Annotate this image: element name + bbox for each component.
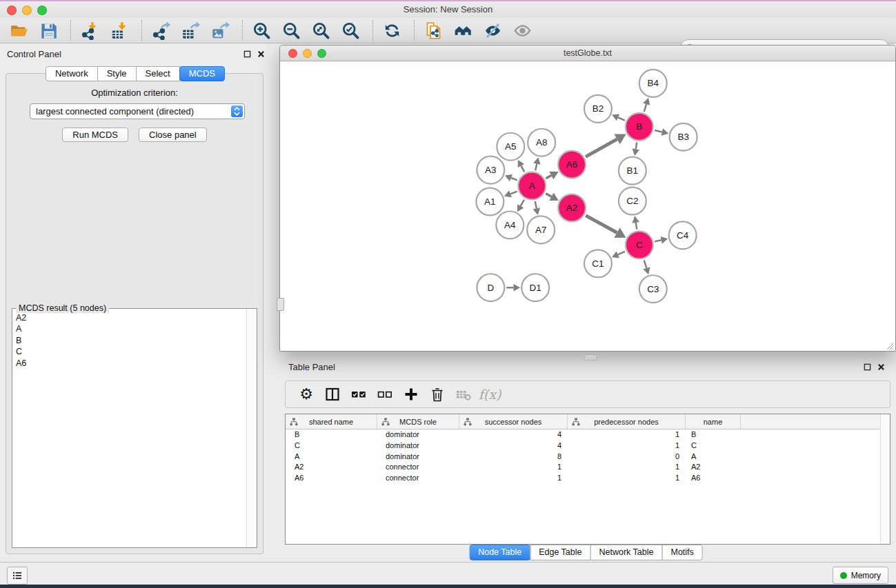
graph-node-c4[interactable]: C4: [669, 221, 697, 249]
tab-node-table[interactable]: Node Table: [469, 545, 530, 560]
graph-node-a4[interactable]: A4: [496, 211, 524, 239]
unselect-all-columns-icon[interactable]: [374, 384, 396, 405]
zoom-selected-icon[interactable]: [340, 21, 361, 40]
graph-edge[interactable]: [612, 114, 625, 121]
tab-motifs[interactable]: Motifs: [661, 545, 702, 560]
network-maximize-button[interactable]: [317, 49, 326, 58]
column-header-shared-name[interactable]: shared name: [286, 414, 377, 429]
graph-node-b3[interactable]: B3: [670, 123, 697, 151]
table-row[interactable]: Bdominator41B: [286, 429, 890, 440]
float-panel-icon[interactable]: [243, 50, 251, 58]
graph-node-c[interactable]: C: [626, 231, 653, 258]
save-session-icon[interactable]: [38, 21, 59, 40]
graph-edge[interactable]: [643, 98, 650, 112]
tab-select[interactable]: Select: [136, 66, 180, 81]
mcds-result-item[interactable]: C: [13, 346, 246, 357]
graph-edge[interactable]: [655, 128, 668, 135]
column-header-name[interactable]: name: [686, 414, 741, 429]
graph-node-b[interactable]: B: [626, 113, 653, 141]
graph-edge[interactable]: [586, 134, 626, 156]
panel-splitter-grip[interactable]: [584, 354, 597, 361]
graph-edge[interactable]: [612, 251, 625, 258]
maximize-window-button[interactable]: [37, 6, 47, 15]
graph-node-b4[interactable]: B4: [639, 70, 667, 97]
export-image-icon[interactable]: [210, 21, 230, 40]
column-header-successor-nodes[interactable]: successor nodes: [459, 414, 568, 429]
close-panel-button[interactable]: Close panel: [139, 128, 207, 142]
column-layout-icon[interactable]: [321, 384, 344, 405]
import-network-icon[interactable]: [79, 21, 100, 40]
float-table-panel-icon[interactable]: [864, 363, 871, 371]
graph-node-a1[interactable]: A1: [476, 188, 504, 216]
run-mcds-button[interactable]: Run MCDS: [62, 128, 128, 142]
zoom-fit-icon[interactable]: [310, 21, 331, 40]
graph-edge[interactable]: [643, 260, 650, 274]
export-network-icon[interactable]: [150, 21, 171, 40]
graph-node-a7[interactable]: A7: [527, 216, 555, 243]
network-close-button[interactable]: [288, 49, 297, 58]
network-canvas[interactable]: B4B2BB3B1A5A8A6A3AA1A2C2A4A7C4CC1C3DD1: [280, 61, 895, 351]
close-window-button[interactable]: [7, 6, 17, 15]
graph-edge[interactable]: [518, 160, 524, 172]
show-all-icon[interactable]: [512, 21, 532, 40]
result-scrollbar[interactable]: [246, 309, 257, 547]
table-row[interactable]: Adominator80A: [286, 452, 890, 463]
birdseye-handle[interactable]: [277, 298, 284, 311]
graph-node-b1[interactable]: B1: [619, 157, 646, 185]
table-row[interactable]: A2connector11A2: [286, 462, 890, 473]
table-row[interactable]: Cdominator41C: [286, 440, 890, 452]
close-panel-icon[interactable]: [257, 50, 265, 58]
table-scrollbar[interactable]: [880, 414, 890, 544]
graph-edge[interactable]: [546, 172, 558, 180]
graph-node-d1[interactable]: D1: [521, 274, 549, 301]
column-header-predecessor-nodes[interactable]: predecessor nodes: [568, 414, 686, 429]
graph-edge[interactable]: [533, 201, 540, 215]
graph-edge[interactable]: [632, 216, 639, 229]
graph-node-d[interactable]: D: [477, 274, 504, 301]
mcds-result-item[interactable]: B: [13, 335, 246, 346]
graph-node-a6[interactable]: A6: [558, 151, 586, 179]
graph-node-a2[interactable]: A2: [558, 194, 586, 222]
mcds-result-item[interactable]: A: [13, 323, 246, 334]
tab-style[interactable]: Style: [97, 66, 137, 81]
import-table-icon[interactable]: [109, 21, 130, 40]
delete-column-icon[interactable]: [426, 384, 448, 405]
graph-edge[interactable]: [655, 236, 668, 243]
add-column-icon[interactable]: [400, 384, 422, 405]
graph-edge[interactable]: [546, 192, 559, 200]
window-resize-grip[interactable]: [885, 341, 894, 349]
graph-node-a[interactable]: A: [518, 172, 546, 200]
graph-node-c1[interactable]: C1: [584, 250, 612, 277]
memory-button[interactable]: Memory: [833, 567, 888, 584]
task-history-button[interactable]: [7, 567, 28, 585]
graph-node-b2[interactable]: B2: [584, 95, 612, 123]
home-icon[interactable]: [452, 21, 473, 40]
graph-edge[interactable]: [517, 200, 524, 212]
network-window-titlebar[interactable]: testGlobe.txt: [280, 45, 895, 61]
graph-node-c3[interactable]: C3: [639, 275, 667, 303]
refresh-icon[interactable]: [381, 21, 402, 40]
column-header-MCDS-role[interactable]: MCDS role: [377, 414, 459, 429]
table-row[interactable]: A6connector11A6: [286, 473, 890, 484]
graph-edge[interactable]: [504, 190, 517, 197]
export-table-icon[interactable]: [180, 21, 201, 40]
graph-node-a5[interactable]: A5: [497, 133, 524, 161]
tab-mcds[interactable]: MCDS: [179, 66, 225, 81]
mcds-result-item[interactable]: A6: [13, 358, 246, 369]
network-minimize-button[interactable]: [303, 49, 312, 58]
tab-network-table[interactable]: Network Table: [590, 545, 663, 560]
settings-gear-icon[interactable]: ⚙: [295, 384, 317, 405]
graph-edge[interactable]: [506, 284, 520, 292]
tab-network[interactable]: Network: [46, 66, 98, 81]
select-all-columns-icon[interactable]: [348, 384, 370, 405]
graph-edge[interactable]: [586, 216, 626, 238]
clone-network-icon[interactable]: [423, 21, 444, 40]
graph-edge[interactable]: [505, 174, 517, 181]
mcds-result-item[interactable]: A2: [13, 312, 246, 323]
minimize-window-button[interactable]: [22, 6, 32, 15]
criterion-dropdown[interactable]: largest connected component (directed): [30, 103, 245, 119]
graph-edge[interactable]: [533, 157, 540, 170]
graph-node-a8[interactable]: A8: [528, 129, 555, 156]
zoom-in-icon[interactable]: [251, 21, 272, 40]
hide-selected-icon[interactable]: [482, 21, 503, 40]
